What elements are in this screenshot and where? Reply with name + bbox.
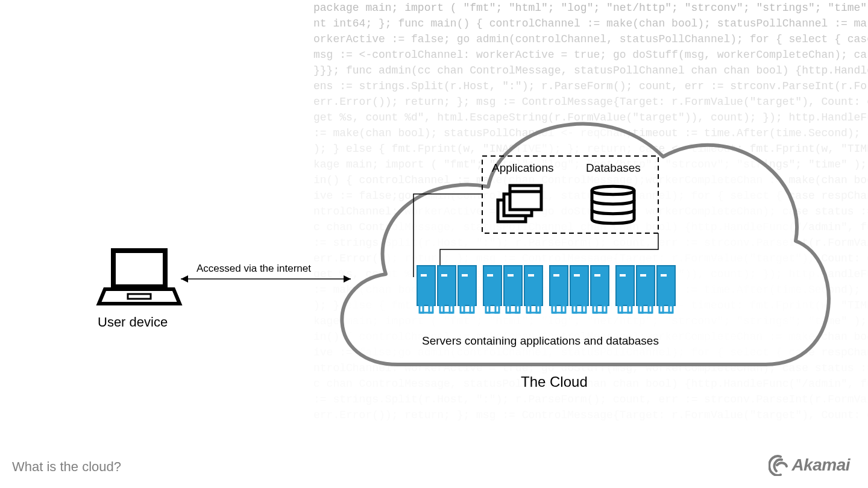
svg-rect-15 xyxy=(462,274,468,277)
user-device-label: User device xyxy=(98,314,168,330)
svg-rect-49 xyxy=(616,266,634,305)
svg-rect-30 xyxy=(528,274,534,277)
svg-rect-20 xyxy=(487,274,493,277)
svg-rect-24 xyxy=(504,266,522,305)
applications-label: Applications xyxy=(492,161,553,175)
brand-text: Akamai xyxy=(791,455,850,475)
svg-rect-19 xyxy=(483,266,502,305)
svg-rect-35 xyxy=(553,274,559,277)
svg-rect-10 xyxy=(441,274,447,277)
brand-logo: Akamai xyxy=(769,454,850,476)
svg-rect-40 xyxy=(574,274,580,277)
svg-rect-29 xyxy=(524,266,542,305)
svg-rect-50 xyxy=(620,274,626,277)
svg-rect-9 xyxy=(438,266,456,305)
svg-rect-39 xyxy=(570,266,588,305)
arrow-head-left xyxy=(181,275,188,283)
arrow-head-right xyxy=(344,275,351,283)
page-caption: What is the cloud? xyxy=(12,459,121,475)
cloud-title: The Cloud xyxy=(521,374,588,390)
laptop-icon xyxy=(99,251,180,304)
cloud-outline xyxy=(342,124,829,364)
svg-rect-44 xyxy=(591,266,609,305)
svg-rect-34 xyxy=(550,266,568,305)
svg-rect-60 xyxy=(661,274,667,277)
svg-rect-2 xyxy=(510,186,541,210)
servers-caption: Servers containing applications and data… xyxy=(422,334,659,348)
svg-rect-4 xyxy=(417,266,435,305)
svg-rect-59 xyxy=(657,266,675,305)
svg-rect-45 xyxy=(594,274,600,277)
svg-rect-64 xyxy=(113,251,165,287)
svg-rect-25 xyxy=(508,274,514,277)
databases-icon xyxy=(592,186,634,224)
diagram-svg xyxy=(0,0,868,488)
accessed-label: Accessed via the internet xyxy=(197,263,311,275)
svg-rect-54 xyxy=(637,266,655,305)
svg-rect-55 xyxy=(640,274,646,277)
svg-rect-5 xyxy=(421,274,427,277)
databases-label: Databases xyxy=(586,161,641,175)
svg-rect-14 xyxy=(458,266,476,305)
